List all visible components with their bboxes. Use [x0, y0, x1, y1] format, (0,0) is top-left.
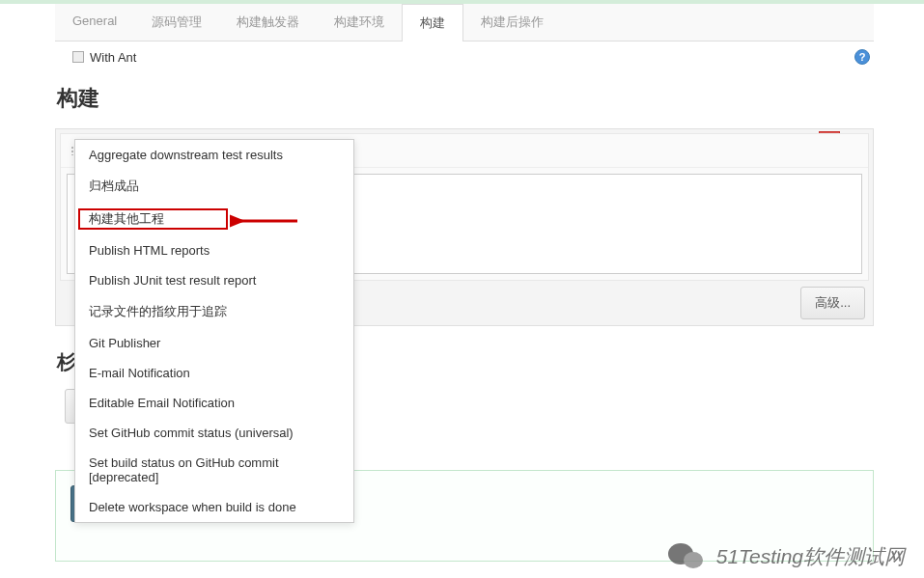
dropdown-item-editable-email[interactable]: Editable Email Notification [75, 388, 353, 418]
advanced-button[interactable]: 高级... [800, 287, 865, 319]
dropdown-item-publish-html[interactable]: Publish HTML reports [75, 235, 353, 265]
watermark: 51Testing软件测试网 [668, 541, 905, 572]
dropdown-item-github-deprecated[interactable]: Set build status on GitHub commit [depre… [75, 448, 353, 492]
post-build-dropdown: Aggregate downstream test results 归档成品 构… [74, 139, 354, 523]
dropdown-item-git-publisher[interactable]: Git Publisher [75, 328, 353, 358]
with-ant-label: With Ant [90, 50, 136, 65]
tab-build[interactable]: 构建 [402, 4, 463, 41]
dropdown-item-delete-workspace[interactable]: Delete workspace when build is done [75, 492, 353, 522]
dropdown-item-aggregate[interactable]: Aggregate downstream test results [75, 140, 353, 170]
with-ant-row: With Ant ? [55, 41, 874, 70]
dropdown-item-build-other[interactable]: 构建其他工程 [75, 203, 353, 235]
tab-general[interactable]: General [55, 4, 134, 41]
dropdown-item-github-status[interactable]: Set GitHub commit status (universal) [75, 418, 353, 448]
tab-env[interactable]: 构建环境 [317, 4, 402, 41]
tab-triggers[interactable]: 构建触发器 [219, 4, 317, 41]
dropdown-item-email[interactable]: E-mail Notification [75, 358, 353, 388]
help-icon[interactable]: ? [854, 49, 870, 65]
dropdown-item-publish-junit[interactable]: Publish JUnit test result report [75, 265, 353, 295]
with-ant-checkbox[interactable] [72, 51, 84, 63]
dropdown-item-fingerprint[interactable]: 记录文件的指纹用于追踪 [75, 295, 353, 328]
dropdown-item-archive[interactable]: 归档成品 [75, 170, 353, 203]
tab-post-build[interactable]: 构建后操作 [463, 4, 561, 41]
wechat-icon [668, 541, 707, 572]
tabs-row: General 源码管理 构建触发器 构建环境 构建 构建后操作 [55, 4, 874, 41]
build-section-title: 构建 [55, 70, 874, 128]
tab-scm[interactable]: 源码管理 [134, 4, 219, 41]
watermark-text: 51Testing软件测试网 [716, 543, 905, 570]
